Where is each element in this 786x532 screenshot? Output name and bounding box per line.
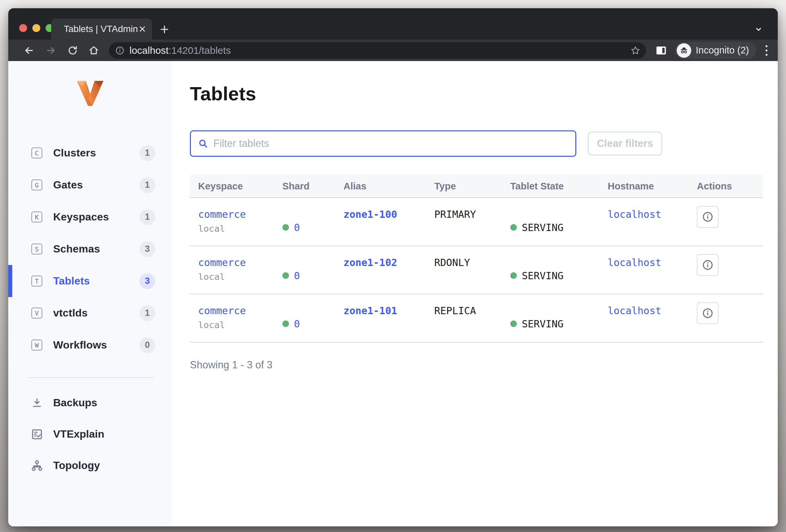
hostname-link[interactable]: localhost <box>608 305 662 316</box>
shard-cell: 0 <box>274 246 335 294</box>
url-path: :14201/tablets <box>168 45 231 56</box>
sidebar-item-vtctlds[interactable]: V vtctlds 1 <box>8 297 172 329</box>
table-row: commerce local 0 zone1-101 REPLICA SERVI… <box>190 294 763 343</box>
keyspace-link[interactable]: commerce <box>198 209 274 220</box>
side-panel-icon[interactable] <box>655 45 667 56</box>
download-icon <box>30 396 44 410</box>
count-badge: 3 <box>139 241 155 257</box>
sidebar-item-vtexplain[interactable]: VTExplain <box>8 418 172 450</box>
gates-letter-icon: G <box>31 179 42 190</box>
sidebar-item-topology[interactable]: Topology <box>8 450 172 481</box>
main-content: Tablets Clear filters Keyspace Shard Ali… <box>172 61 778 526</box>
info-icon <box>702 259 714 271</box>
new-tab-button[interactable] <box>159 23 170 35</box>
count-badge: 3 <box>139 273 155 289</box>
shard-link[interactable]: 0 <box>294 270 300 282</box>
close-tab-icon[interactable] <box>138 23 147 35</box>
tablet-state-cell: SERVING <box>502 198 599 245</box>
url-text: localhost:14201/tablets <box>130 45 629 56</box>
sidebar-item-label: Schemas <box>53 243 100 255</box>
shard-status-dot <box>282 272 289 279</box>
alias-cell: zone1-100 <box>335 198 426 245</box>
shard-link[interactable]: 0 <box>294 222 300 233</box>
sidebar-item-tablets[interactable]: T Tablets 3 <box>8 265 172 297</box>
sidebar-item-label: vtctlds <box>53 307 88 319</box>
page-title: Tablets <box>190 83 763 104</box>
address-bar[interactable]: localhost:14201/tablets <box>109 42 646 59</box>
tablets-letter-icon: T <box>31 275 42 287</box>
serving-status-dot <box>510 272 517 279</box>
sidebar-nav: C Clusters 1 G Gates 1 K Keyspaces 1 S S… <box>8 137 172 361</box>
site-info-icon[interactable] <box>115 46 125 55</box>
actions-cell <box>689 198 763 245</box>
vitess-logo[interactable] <box>8 61 172 106</box>
sidebar-item-gates[interactable]: G Gates 1 <box>8 169 172 201</box>
alias-link[interactable]: zone1-101 <box>344 305 397 316</box>
serving-status-dot <box>510 224 517 231</box>
sidebar-item-label: Clusters <box>53 147 96 159</box>
sidebar-tools: Backups VTExplain Topology <box>8 387 172 481</box>
shard-status-dot <box>282 224 289 231</box>
hostname-link[interactable]: localhost <box>608 209 662 220</box>
browser-tab-tablets[interactable]: Tablets | VTAdmin <box>51 19 152 40</box>
filter-tablets-input[interactable] <box>213 138 569 149</box>
clear-filters-button[interactable]: Clear filters <box>588 132 662 155</box>
alias-link[interactable]: zone1-102 <box>344 257 397 268</box>
cluster-name: local <box>198 320 274 330</box>
keyspace-link[interactable]: commerce <box>198 257 274 268</box>
workflows-letter-icon: W <box>31 340 42 350</box>
row-info-button[interactable] <box>697 302 719 324</box>
hostname-link[interactable]: localhost <box>608 257 662 268</box>
tablets-table: Keyspace Shard Alias Type Tablet State H… <box>190 175 763 343</box>
sidebar-item-workflows[interactable]: W Workflows 0 <box>8 329 172 361</box>
sidebar-item-label: VTExplain <box>53 428 105 440</box>
column-header-hostname: Hostname <box>599 175 689 197</box>
column-header-tablet-state: Tablet State <box>502 175 599 197</box>
sidebar-item-clusters[interactable]: C Clusters 1 <box>8 137 172 169</box>
hostname-cell: localhost <box>599 246 689 294</box>
back-icon[interactable] <box>23 45 35 56</box>
pagination-status: Showing 1 - 3 of 3 <box>190 359 763 371</box>
count-badge: 0 <box>139 337 155 353</box>
keyspace-cell: commerce local <box>190 198 274 245</box>
count-badge: 1 <box>139 209 155 225</box>
vtctlds-letter-icon: V <box>31 308 42 318</box>
search-icon <box>198 138 209 149</box>
cluster-name: local <box>198 272 274 282</box>
shard-status-dot <box>282 320 289 327</box>
row-info-button[interactable] <box>697 206 719 228</box>
hostname-cell: localhost <box>599 294 689 342</box>
explain-checklist-icon <box>30 427 44 441</box>
column-header-actions: Actions <box>689 175 763 197</box>
minimize-window-button[interactable] <box>32 24 40 32</box>
schemas-letter-icon: S <box>31 244 42 255</box>
incognito-badge[interactable]: Incognito (2) <box>675 42 756 59</box>
tablet-state-value: SERVING <box>522 222 563 233</box>
type-cell: RDONLY <box>426 246 502 294</box>
column-header-keyspace: Keyspace <box>190 175 274 197</box>
sidebar-item-backups[interactable]: Backups <box>8 387 172 418</box>
shard-link[interactable]: 0 <box>294 318 300 330</box>
bookmark-star-icon[interactable] <box>629 45 641 56</box>
sidebar-item-schemas[interactable]: S Schemas 3 <box>8 233 172 265</box>
column-header-type: Type <box>426 175 502 197</box>
home-icon[interactable] <box>88 45 100 56</box>
vtadmin-page: C Clusters 1 G Gates 1 K Keyspaces 1 S S… <box>8 61 778 526</box>
column-header-shard: Shard <box>274 175 335 197</box>
sidebar-item-keyspaces[interactable]: K Keyspaces 1 <box>8 201 172 233</box>
actions-cell <box>689 294 763 342</box>
row-info-button[interactable] <box>697 254 719 276</box>
browser-menu-icon[interactable] <box>764 43 769 58</box>
tab-search-chevron-icon[interactable] <box>753 23 765 35</box>
reload-icon[interactable] <box>67 45 78 56</box>
table-row: commerce local 0 zone1-102 RDONLY SERVIN… <box>190 246 763 294</box>
clusters-letter-icon: C <box>31 147 42 159</box>
forward-icon[interactable] <box>45 45 57 56</box>
alias-link[interactable]: zone1-100 <box>344 209 397 220</box>
info-icon <box>702 307 714 319</box>
filter-row: Clear filters <box>190 130 763 157</box>
keyspace-link[interactable]: commerce <box>198 305 274 316</box>
close-window-button[interactable] <box>19 24 27 32</box>
table-header-row: Keyspace Shard Alias Type Tablet State H… <box>190 175 763 198</box>
alias-cell: zone1-101 <box>335 294 426 342</box>
